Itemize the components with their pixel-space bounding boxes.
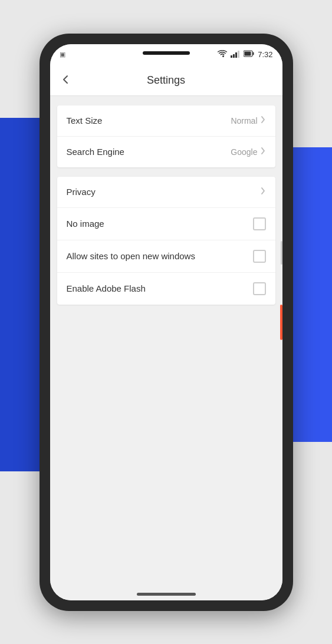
text-size-current: Normal — [231, 116, 257, 126]
svg-rect-3 — [238, 51, 239, 58]
time: 7:32 — [258, 50, 272, 59]
status-bar: ▣ — [50, 44, 282, 65]
battery-icon — [244, 50, 254, 59]
status-bar-left: ▣ — [60, 51, 65, 58]
allow-windows-checkbox[interactable] — [253, 250, 266, 263]
svg-rect-6 — [245, 52, 251, 56]
notification-icon: ▣ — [60, 51, 65, 58]
privacy-chevron — [260, 186, 266, 198]
search-engine-chevron — [260, 146, 266, 158]
scroll-hint — [281, 241, 282, 265]
phone-shell: ▣ — [40, 34, 293, 611]
search-engine-label: Search Engine — [67, 147, 124, 157]
svg-rect-1 — [233, 54, 235, 58]
phone-screen: ▣ — [50, 44, 282, 600]
allow-windows-label: Allow sites to open new windows — [67, 251, 195, 261]
page-title: Settings — [81, 74, 252, 87]
app-content: Text Size Normal Search Engine — [50, 96, 282, 600]
settings-item-allow-windows[interactable]: Allow sites to open new windows — [57, 240, 275, 273]
text-size-label: Text Size — [67, 115, 103, 126]
search-engine-value: Google — [231, 146, 265, 158]
svg-rect-2 — [235, 52, 237, 58]
home-bar — [137, 593, 196, 596]
no-image-label: No image — [67, 219, 104, 229]
enable-flash-label: Enable Adobe Flash — [67, 283, 146, 293]
status-bar-right: 7:32 — [218, 50, 272, 59]
speaker — [143, 51, 190, 55]
right-accent-bar — [280, 305, 282, 340]
settings-scroll[interactable]: Text Size Normal Search Engine — [50, 96, 282, 600]
back-button[interactable] — [60, 74, 71, 87]
svg-rect-0 — [231, 55, 232, 58]
search-engine-current: Google — [231, 147, 257, 157]
enable-flash-checkbox[interactable] — [253, 282, 266, 295]
signal-icon — [231, 51, 240, 59]
settings-item-privacy[interactable]: Privacy — [57, 177, 275, 208]
text-size-chevron — [260, 115, 266, 127]
settings-group-2: Privacy No image — [57, 177, 275, 305]
settings-item-search-engine[interactable]: Search Engine Google — [57, 137, 275, 167]
wifi-icon — [218, 50, 227, 59]
no-image-checkbox[interactable] — [253, 217, 266, 230]
settings-item-text-size[interactable]: Text Size Normal — [57, 105, 275, 137]
settings-item-no-image[interactable]: No image — [57, 208, 275, 240]
privacy-value — [260, 186, 266, 198]
settings-group-1: Text Size Normal Search Engine — [57, 105, 275, 167]
text-size-value: Normal — [231, 115, 265, 127]
app-header: Settings — [50, 65, 282, 96]
svg-rect-5 — [253, 52, 254, 55]
settings-item-enable-flash[interactable]: Enable Adobe Flash — [57, 273, 275, 305]
privacy-label: Privacy — [67, 187, 96, 197]
